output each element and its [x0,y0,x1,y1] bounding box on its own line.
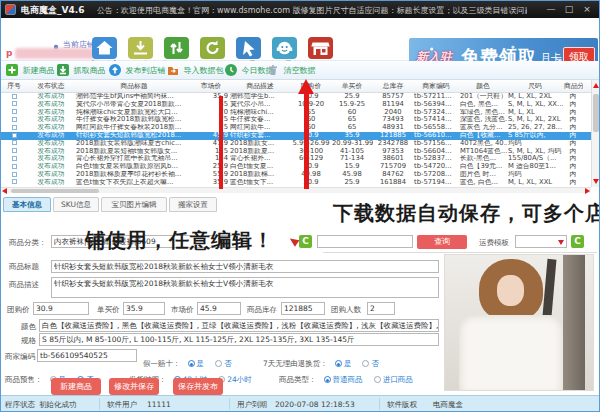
cell-desc: 针织衫女套... [229,132,291,140]
cell-title: 网红同款牛仔裤女春秋装2018新... [75,124,193,132]
scroll-left-arrow[interactable] [2,188,7,194]
row-checkbox[interactable] [12,156,17,161]
market-price-input[interactable]: 45.9 [197,302,241,315]
table-row[interactable]: 发布成功2018新款女装韩版潮味夏古chic...41.92018新款女...5… [1,140,591,148]
radio-import[interactable] [374,376,381,383]
table-row[interactable]: 发布成功背心长裙外穿打底中长款无袖吊...144背心长裙外...66-12971… [1,155,591,163]
stock-label: 商品库存 [247,305,277,315]
vertical-scroll-thumb[interactable] [593,94,599,132]
radio-no[interactable] [362,360,369,367]
tab-basic-info[interactable]: 基本信息 [3,197,51,212]
row-checkbox[interactable] [12,179,17,184]
single-price-input[interactable]: 35.9 [123,302,165,315]
cell-group-price: 20.9 [291,179,331,187]
spec-input[interactable]: S 85斤以内, M 85-100斤, L 100-115斤, XL 115-1… [39,333,439,346]
tab-sku-info[interactable]: SKU信息 [53,197,99,212]
row-checkbox[interactable] [12,140,17,145]
column-header[interactable]: 颜色 [459,80,507,92]
publish-to-shop-button[interactable]: 发布到店铺 [109,64,166,77]
radio-yes[interactable] [188,360,195,367]
row-checkbox[interactable] [12,148,17,153]
shipping-template-select[interactable] [515,235,567,248]
modify-save-button[interactable]: 修改并保存 [109,378,159,395]
title-input[interactable]: 针织衫女套头短款韩版宽松2018秋装新款长袖女士V领小清新毛衣 [51,260,439,273]
divider [379,398,380,410]
search-button[interactable]: 查询 [417,235,467,249]
search-input[interactable] [317,235,413,248]
column-header[interactable]: 商品分类 [563,80,583,92]
scroll-right-arrow[interactable] [585,188,590,194]
table-row[interactable]: 发布成功纯棉潮味chic女夏新款宽松大口...70纯棉潮味chi...55602… [1,109,591,117]
table-row[interactable]: 发布成功2018新款棉质夏季印花衬衫长袖...55.92018新款棉...40.… [1,171,591,179]
tab-image-edit[interactable]: 宝贝图片编辑 [101,197,167,212]
row-checkbox[interactable] [12,94,17,99]
row-checkbox[interactable] [12,133,17,138]
radio-no[interactable] [215,360,222,367]
stock-input[interactable]: 121885 [281,302,325,315]
category-refresh-button[interactable]: C [299,235,312,248]
desc-textarea[interactable]: 针织衫女套头短款韩版宽松2018秋装新款长袖女士V领小清新毛衣 [51,277,439,298]
table-row[interactable]: 发布成功针织衫女套头短款韩版宽松2018...45.9针织衫女套...30.93… [1,132,591,140]
row-checkbox[interactable] [12,125,17,130]
cell-market: 75 [193,116,229,124]
cell-code: tb-57414... [413,116,459,124]
plus-icon [6,64,18,76]
table-row[interactable]: 发布成功2018新款夏装短袖t恤女韩版女...1152018新款夏...36-1… [1,148,591,156]
new-product-button[interactable]: 新建商品 [6,64,55,77]
cell-single-price: 25.9 [331,179,373,187]
group-size-input[interactable]: 2 [367,302,395,315]
scroll-down-arrow[interactable] [593,179,599,184]
column-header[interactable]: 尺码 [507,80,563,92]
column-header[interactable]: 单买价 [331,80,373,92]
row-checkbox[interactable] [12,117,17,122]
shipping-refresh-button[interactable]: C [571,235,584,248]
table-row[interactable]: 发布成功莫代尔小吊带背心女夏2018新款...35莫代尔小吊...10.9-20… [1,101,591,109]
row-checkbox[interactable] [12,109,17,114]
row-checkbox[interactable] [12,172,17,177]
column-header[interactable]: 商品描述 [229,80,291,92]
table-row[interactable]: 发布成功白色t恤女夏装韩版新款原宿风b...25.9白色t恤女夏...10.91… [1,163,591,171]
merchant-code-input[interactable]: tb-566109540525 [37,349,137,362]
expiry-label: 用户到期 [237,400,267,410]
column-header[interactable]: 市场价 [193,80,229,92]
save-publish-button[interactable]: 保存并发布 [173,378,223,395]
toolbar-button-label: 发布到店铺 [126,66,166,75]
column-header[interactable]: 发布状态 [27,80,75,92]
divider [323,252,597,253]
column-header[interactable]: 商家编码 [413,80,459,92]
clear-data-button[interactable]: 清空数据 [267,64,316,77]
category-input[interactable]: 内衣裤袜|保暖裤|保暖裤|6609 [51,235,247,248]
horizontal-scrollbar[interactable] [1,187,591,193]
radio-yes[interactable] [335,360,342,367]
cell-stock: 73493 [373,116,413,124]
market-price-label: 市场价 [171,305,194,315]
table-row[interactable]: 发布成功网红同款牛仔裤女春秋装2018新...75网红同款牛...6065489… [1,124,591,132]
group-price-input[interactable]: 30.9 [33,302,89,315]
tab-move-settings[interactable]: 搬家设置 [169,197,217,212]
import-data-button[interactable]: 导入数据包 [167,64,224,77]
row-checkbox[interactable] [12,101,17,106]
scroll-up-arrow[interactable] [593,83,599,88]
cell-group-price: 40.98 [291,171,331,179]
merchant-code-label: 商家编码 [5,352,35,362]
row-checkbox[interactable] [12,164,17,169]
column-header[interactable]: 总库存 [373,80,413,92]
table-row[interactable]: 发布成功蓝色t恤女下衣失踪上衣超火嘛...35.9蓝色t恤女下...20.925… [1,179,591,187]
vertical-scrollbar[interactable] [591,80,599,187]
column-header[interactable]: 团购价 [291,80,331,92]
color-input[interactable]: 白色【收藏送运费险】, 黑色【收藏送运费险】, 豆绿【收藏送运费险】, 浅粉【收… [39,319,439,332]
minimize-button[interactable]: — [543,3,559,16]
grab-product-button[interactable]: 抓取商品 [57,64,106,77]
maximize-button[interactable]: □ [561,3,577,16]
cell-category: 内 [563,116,583,124]
horizontal-scroll-thumb[interactable] [11,189,99,193]
radio-normal[interactable] [324,376,331,383]
import-icon [167,64,179,76]
column-header[interactable]: 序号 [1,80,27,92]
cell-color: 蓝灰色 九分... [459,124,507,132]
close-button[interactable]: × [579,3,595,16]
table-row[interactable]: 发布成功潮韩范学生bf风ins中袖简约袜...35.9潮韩范学生b...20.9… [1,93,591,101]
table-row[interactable]: 发布成功牛仔裤女春秋2018新款韩版宽松...75牛仔裤女春...6065734… [1,116,591,124]
column-header[interactable]: 商品标题 [75,80,193,92]
create-product-button[interactable]: 新建商品 [51,378,101,395]
